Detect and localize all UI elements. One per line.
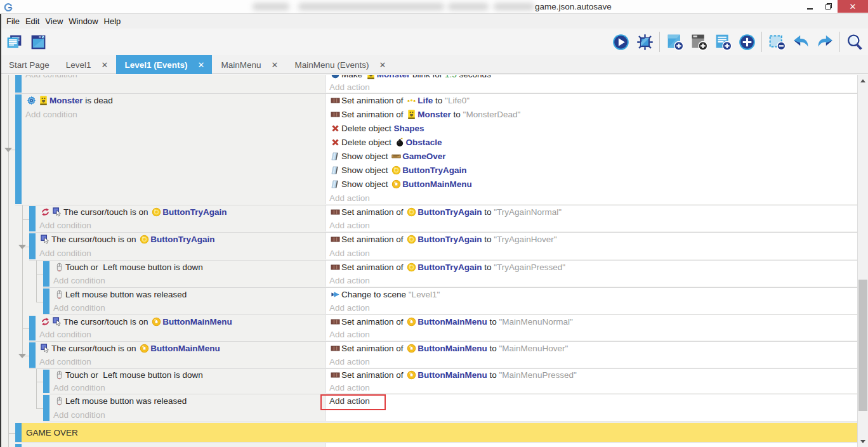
add-condition-link[interactable]: Add condition [49, 382, 325, 394]
add-action-link[interactable]: Add action [326, 219, 857, 232]
action-row[interactable]: Set animation of ButtonTryAgain to "TryA… [326, 261, 857, 274]
action-row[interactable]: Delete object Shapes [326, 122, 857, 136]
action-row[interactable]: Set animation of Monster to "MonsterDead… [326, 108, 857, 122]
restore-button[interactable] [819, 0, 838, 13]
action-row[interactable]: Set animation of ButtonTryAgain to "TryA… [326, 205, 857, 219]
scene-editor-button[interactable] [29, 32, 48, 51]
add-condition-link[interactable]: Add condition [49, 274, 325, 287]
condition-row[interactable]: The cursor/touch is on ButtonMainMenu [36, 315, 325, 328]
comment-text[interactable]: GAME OVER [22, 423, 857, 442]
event[interactable]: Touch or Left mouse button is downAdd co… [43, 369, 857, 394]
close-button[interactable]: ✕ [838, 0, 868, 13]
event[interactable]: Add conditionMake Monster blink for 1.5 … [15, 75, 857, 94]
action-row[interactable]: Delete object Obstacle [326, 136, 857, 150]
add-condition-link[interactable]: Add condition [36, 247, 325, 260]
add-action-link[interactable]: Add action [326, 382, 857, 394]
tab-start-page[interactable]: Start Page [0, 55, 57, 74]
add-subevent-button[interactable] [689, 32, 708, 51]
add-condition-link[interactable]: Add condition [22, 75, 325, 81]
action-row[interactable]: Set animation of ButtonMainMenu to "Main… [326, 342, 857, 355]
project-manager-button[interactable] [4, 32, 23, 51]
menu-file[interactable]: File [6, 16, 20, 26]
conditions-cell: Left mouse button was releasedAdd condit… [49, 288, 325, 314]
event[interactable] [15, 443, 857, 447]
tab-level1[interactable]: Level1✕ [57, 55, 116, 74]
condition-row[interactable]: The cursor/touch is on ButtonTryAgain [36, 233, 325, 247]
text: Change to scene [341, 290, 409, 299]
event[interactable]: Left mouse button was releasedAdd condit… [43, 394, 857, 422]
toolbar [0, 29, 868, 55]
event[interactable]: The cursor/touch is on ButtonTryAgainAdd… [29, 233, 857, 261]
fold-arrow-icon[interactable] [4, 148, 12, 152]
tab-close-icon[interactable]: ✕ [198, 60, 205, 70]
action-row[interactable]: Change to scene "Level1" [326, 288, 857, 301]
action-row[interactable]: Set animation of ButtonMainMenu to "Main… [326, 369, 857, 382]
conditions-cell: The cursor/touch is on ButtonTryAgainAdd… [36, 233, 325, 259]
action-row[interactable]: Show object ButtonMainMenu [326, 177, 857, 191]
add-action-link[interactable]: Add action [326, 274, 857, 287]
comment-event[interactable]: GAME OVER [15, 422, 857, 443]
redo-button[interactable] [815, 32, 834, 51]
add-action-link[interactable]: Add action [326, 301, 857, 314]
add-action-link[interactable]: Add action [326, 328, 857, 342]
tab-mainmenu-events-[interactable]: MainMenu (Events)✕ [286, 55, 393, 74]
play-button[interactable] [611, 32, 630, 51]
add-action-link[interactable]: Add action [326, 355, 857, 368]
condition-row[interactable]: Touch or Left mouse button is down [49, 369, 325, 382]
redacted-title-text [298, 3, 444, 10]
add-event-button[interactable] [665, 32, 684, 51]
tab-close-icon[interactable]: ✕ [379, 60, 386, 70]
action-row[interactable]: Show object GameOver [326, 150, 857, 164]
scrollbar-thumb[interactable] [858, 280, 867, 411]
scroll-up-button[interactable] [858, 75, 868, 86]
undo-button[interactable] [791, 32, 810, 51]
menu-view[interactable]: View [45, 16, 63, 26]
condition-row[interactable]: The cursor/touch is on ButtonMainMenu [36, 342, 325, 355]
add-action-link[interactable]: Add action [326, 394, 857, 408]
tab-close-icon[interactable]: ✕ [271, 60, 278, 70]
add-condition-link[interactable]: Add condition [36, 355, 325, 368]
event[interactable]: The cursor/touch is on ButtonMainMenuAdd… [29, 342, 857, 369]
add-condition-link[interactable]: Add condition [36, 328, 325, 341]
add-condition-link[interactable]: Add condition [49, 408, 325, 422]
tree-connector-line [22, 328, 29, 329]
menu-help[interactable]: Help [104, 16, 121, 26]
action-row[interactable]: Make Monster blink for 1.5 seconds [326, 75, 857, 81]
menu-edit[interactable]: Edit [25, 16, 39, 26]
tab-mainmenu[interactable]: MainMenu✕ [212, 55, 286, 74]
minimize-button[interactable] [801, 0, 819, 13]
tab-close-icon[interactable]: ✕ [102, 60, 109, 70]
fold-arrow-icon[interactable] [18, 245, 26, 249]
add-condition-link[interactable]: Add condition [36, 219, 325, 231]
add-new-button[interactable] [737, 32, 756, 51]
vertical-scrollbar[interactable] [857, 75, 868, 447]
tab-level1-events-[interactable]: Level1 (Events)✕ [116, 55, 213, 74]
condition-row[interactable]: Left mouse button was released [49, 288, 325, 301]
condition-row[interactable]: Monster is dead [22, 94, 325, 108]
debug-button[interactable] [635, 32, 654, 51]
add-action-link[interactable]: Add action [326, 81, 857, 94]
event[interactable]: Touch or Left mouse button is downAdd co… [43, 261, 857, 288]
scroll-down-button[interactable] [858, 436, 868, 446]
add-action-link[interactable]: Add action [326, 191, 857, 205]
action-row[interactable]: Set animation of ButtonTryAgain to "TryA… [326, 233, 857, 247]
event[interactable]: Left mouse button was releasedAdd condit… [43, 288, 857, 315]
search-button[interactable] [845, 32, 864, 51]
event[interactable]: The cursor/touch is on ButtonMainMenuAdd… [29, 315, 857, 342]
condition-row[interactable]: Left mouse button was released [49, 394, 325, 408]
action-row[interactable]: Set animation of ButtonMainMenu to "Main… [326, 315, 857, 328]
fold-arrow-icon[interactable] [18, 354, 26, 358]
add-action-link[interactable]: Add action [326, 247, 857, 261]
condition-row[interactable]: Touch or Left mouse button is down [49, 261, 325, 274]
remove-event-button[interactable] [767, 32, 786, 51]
condition-row[interactable]: The cursor/touch is on ButtonTryAgain [36, 205, 325, 219]
event[interactable]: The cursor/touch is on ButtonTryAgainAdd… [29, 205, 857, 233]
add-condition-link[interactable]: Add condition [49, 301, 325, 314]
bta-icon [390, 165, 402, 175]
add-comment-button[interactable] [713, 32, 732, 51]
event[interactable]: Monster is deadAdd conditionSet animatio… [15, 94, 857, 205]
menu-window[interactable]: Window [69, 16, 98, 26]
add-condition-link[interactable]: Add condition [22, 108, 325, 122]
action-row[interactable]: Set animation of Life to "Life0" [326, 94, 857, 108]
action-row[interactable]: Show object ButtonTryAgain [326, 163, 857, 177]
